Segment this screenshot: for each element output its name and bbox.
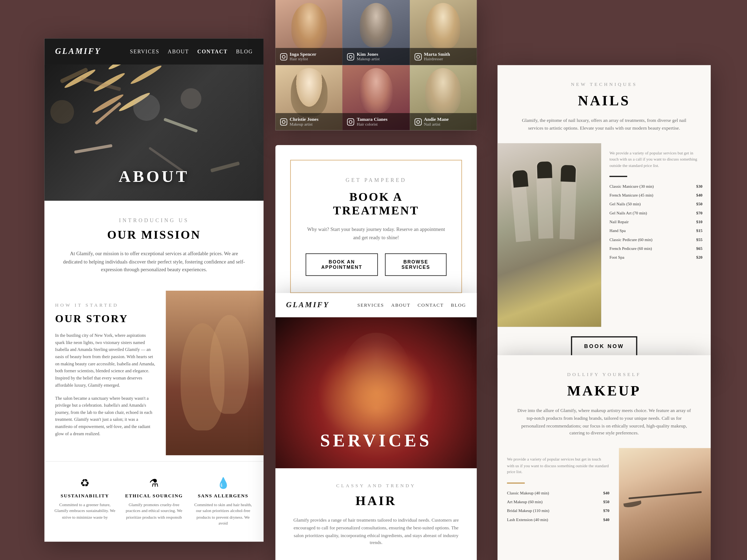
about-story-section: HOW IT STARTED OUR STORY In the bustling…: [45, 291, 264, 455]
ig-icon-kim[interactable]: [347, 53, 355, 60]
book-buttons: BOOK AN APPOINTMENT BROWSE SERVICES: [306, 254, 446, 276]
services-nav-links: SERVICES ABOUT CONTACT BLOG: [357, 302, 466, 308]
services-hero-title: SERVICES: [320, 430, 432, 450]
makeup-prices: We provide a variety of popular services…: [497, 448, 619, 560]
team-grid: Inga Spencer Hair stylist Kim Jones Make…: [275, 0, 477, 130]
about-mission-text: At Glamify, our mission is to offer exce…: [61, 250, 247, 274]
nails-divider: [609, 176, 627, 177]
services-nav-about[interactable]: ABOUT: [391, 302, 410, 308]
team-name-role-tamara: Tamara Cianes Hair colorist: [357, 116, 405, 127]
makeup-price-name-3: Lash Extension (40 min): [507, 517, 548, 522]
price-amount-6: $55: [696, 237, 702, 242]
book-title: BOOK A TREATMENT: [306, 190, 446, 217]
makeup-price-amount-1: $50: [603, 500, 609, 504]
makeup-title: MAKEUP: [514, 383, 694, 399]
services-hero: SERVICES: [275, 317, 477, 468]
value-allergens: 💧 SANS ALLERGENS Committed to skin and h…: [191, 477, 255, 527]
team-role-tamara: Hair colorist: [357, 122, 405, 127]
team-name-marta: Marta Smith: [424, 51, 472, 57]
makeup-price-row-0: Classic Makeup (40 min) $40: [507, 491, 609, 496]
team-name-role-christie: Christie Jones Makeup artist: [290, 116, 338, 127]
about-values: ♻ SUSTAINABILITY Committed to a greener …: [45, 461, 264, 541]
team-cell-0: Inga Spencer Hair stylist: [275, 0, 342, 65]
price-name-3: Gel Nails Art (70 min): [609, 211, 647, 216]
value-sustainability-text: Committed to a greener future, Glamify e…: [53, 502, 117, 521]
value-sustainability: ♻ SUSTAINABILITY Committed to a greener …: [53, 477, 117, 527]
nails-book-button[interactable]: BOOK NOW: [571, 336, 637, 356]
nails-panel: NEW TECHNIQUES NAILS Glamify, the epitom…: [497, 65, 711, 368]
browse-services-button[interactable]: BROWSE SERVICES: [385, 254, 446, 276]
team-cell-1: Kim Jones Makeup artist: [342, 0, 410, 65]
makeup-price-row-2: Bridal Makeup (110 min) $70: [507, 508, 609, 513]
value-allergens-title: SANS ALLERGENS: [191, 493, 255, 499]
makeup-desc: Dive into the allure of Glamify, where m…: [514, 407, 694, 437]
price-name-4: Nail Repair: [609, 220, 628, 224]
about-intro-label: INTRODUCING US: [61, 217, 247, 223]
makeup-price-row-1: Art Makeup (60 min) $50: [507, 500, 609, 504]
price-row-8: Foot Spa $20: [609, 255, 702, 260]
makeup-price-amount-2: $70: [603, 508, 609, 513]
about-nav-contact[interactable]: CONTACT: [198, 49, 228, 54]
services-nav-logo[interactable]: GLAMIFY: [286, 300, 330, 310]
team-info-andie: Andie Mane Nail artist: [410, 113, 477, 130]
team-role-inga: Hair stylist: [290, 57, 338, 61]
makeup-price-amount-3: $40: [603, 517, 609, 522]
about-nav-about[interactable]: ABOUT: [168, 49, 189, 54]
team-info-inga: Inga Spencer Hair stylist: [275, 48, 342, 65]
price-row-5: Hand Spa $15: [609, 229, 702, 233]
team-info-marta: Marta Smith Hairdresser: [410, 48, 477, 65]
team-name-andie: Andie Mane: [424, 116, 472, 122]
price-name-8: Foot Spa: [609, 255, 624, 260]
nails-title: NAILS: [514, 93, 694, 109]
value-allergens-text: Committed to skin and hair health, our s…: [191, 502, 255, 527]
about-mission-title: OUR MISSION: [61, 228, 247, 242]
team-info-christie: Christie Jones Makeup artist: [275, 113, 342, 130]
about-intro: INTRODUCING US OUR MISSION At Glamify, o…: [45, 201, 264, 285]
services-page-panel: GLAMIFY SERVICES ABOUT CONTACT BLOG SERV…: [275, 293, 477, 560]
about-nav-services[interactable]: SERVICES: [130, 49, 159, 54]
book-appointment-button[interactable]: BOOK AN APPOINTMENT: [306, 254, 378, 276]
price-row-1: French Manicure (45 min) $40: [609, 193, 702, 198]
about-nav-blog[interactable]: BLOG: [236, 49, 253, 54]
price-amount-0: $30: [696, 184, 702, 189]
makeup-header: DOLLIFY YOURSELF MAKEUP Dive into the al…: [497, 355, 711, 448]
book-treatment-panel: GET PAMPERED BOOK A TREATMENT Why wait? …: [275, 145, 477, 308]
about-story-p1: In the bustling city of New York, where …: [55, 332, 155, 389]
ig-icon-inga[interactable]: [280, 53, 287, 60]
makeup-price-name-0: Classic Makeup (40 min): [507, 491, 549, 496]
hair-label: CLASSY AND TRENDY: [288, 483, 464, 488]
price-row-2: Gel Nails (50 min) $50: [609, 202, 702, 207]
nails-prices: We provide a variety of popular services…: [601, 143, 711, 326]
price-name-5: Hand Spa: [609, 229, 626, 233]
ig-icon-andie[interactable]: [414, 118, 421, 125]
price-name-1: French Manicure (45 min): [609, 193, 653, 198]
team-role-christie: Makeup artist: [290, 122, 338, 127]
team-info-tamara: Tamara Cianes Hair colorist: [342, 113, 410, 130]
services-nav-contact[interactable]: CONTACT: [417, 302, 444, 308]
nails-price-note: We provide a variety of popular services…: [609, 150, 702, 169]
makeup-panel: DOLLIFY YOURSELF MAKEUP Dive into the al…: [497, 355, 711, 560]
price-amount-2: $50: [696, 202, 702, 207]
services-nav-services[interactable]: SERVICES: [357, 302, 384, 308]
sustainability-icon: ♻: [53, 477, 117, 489]
about-nav-logo[interactable]: GLAMIFY: [55, 47, 101, 56]
price-amount-8: $20: [696, 255, 702, 260]
team-role-marta: Hairdresser: [424, 57, 472, 61]
nails-label: NEW TECHNIQUES: [514, 82, 694, 87]
price-amount-3: $70: [696, 211, 702, 216]
team-panel: Inga Spencer Hair stylist Kim Jones Make…: [275, 0, 477, 130]
makeup-price-amount-0: $40: [603, 491, 609, 496]
ig-icon-tamara[interactable]: [347, 118, 355, 125]
ig-icon-christie[interactable]: [280, 118, 287, 125]
team-name-role-andie: Andie Mane Nail artist: [424, 116, 472, 127]
price-row-7: French Pedicure (60 min) $65: [609, 246, 702, 251]
about-nav-links: SERVICES ABOUT CONTACT BLOG: [130, 49, 253, 54]
services-nav-blog[interactable]: BLOG: [451, 302, 466, 308]
hair-section: CLASSY AND TRENDY HAIR Glamify provides …: [275, 468, 477, 560]
team-cell-3: Christie Jones Makeup artist: [275, 65, 342, 130]
makeup-image: [619, 448, 711, 560]
makeup-label: DOLLIFY YOURSELF: [514, 372, 694, 377]
ig-icon-marta[interactable]: [414, 53, 421, 60]
price-name-7: French Pedicure (60 min): [609, 246, 652, 251]
price-name-0: Classic Manicure (30 min): [609, 184, 654, 189]
